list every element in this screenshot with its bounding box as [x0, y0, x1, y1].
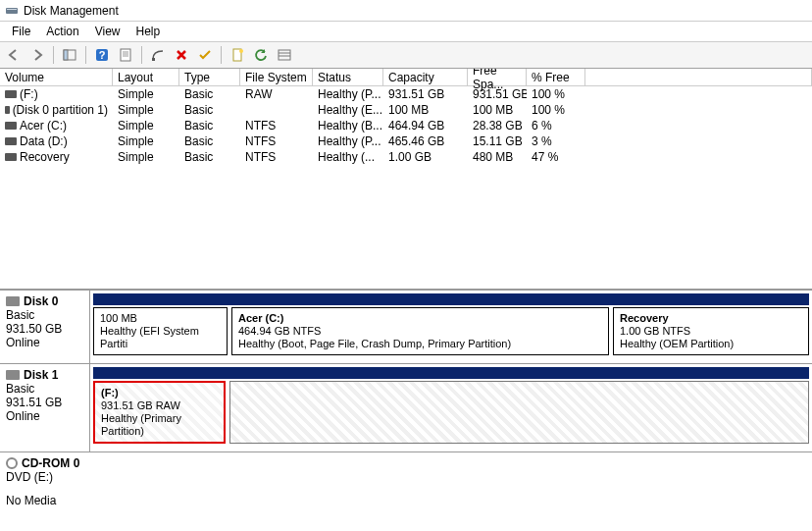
svg-text:?: ? [99, 49, 106, 61]
menu-help[interactable]: Help [128, 23, 169, 40]
refresh-icon[interactable] [250, 44, 272, 66]
col-layout[interactable]: Layout [113, 69, 179, 86]
disk-info-cd: CD-ROM 0 DVD (E:) No Media [0, 452, 90, 523]
volume-cell-fs [240, 102, 313, 118]
menubar: File Action View Help [0, 22, 812, 41]
col-free-space[interactable]: Free Spa... [468, 69, 527, 86]
volume-cell-free: 28.38 GB [468, 118, 527, 133]
partition-size: 100 MB [100, 312, 221, 325]
volume-cell-cap: 465.46 GB [383, 133, 468, 149]
volume-cell-name: Recovery [0, 149, 113, 165]
volume-cell-free: 15.11 GB [468, 133, 527, 149]
volume-cell-layout: Simple [113, 149, 179, 165]
svg-point-12 [239, 49, 243, 53]
toolbar: ? [0, 41, 812, 69]
volume-cell-fs: NTFS [240, 133, 313, 149]
new-icon[interactable] [227, 44, 248, 66]
check-icon[interactable] [194, 44, 216, 66]
col-filesystem[interactable]: File System [240, 69, 313, 86]
volume-cell-layout: Simple [113, 133, 179, 149]
cd-icon [6, 457, 18, 469]
volume-cell-name: (F:) [0, 86, 113, 102]
disk-header-bar [93, 293, 809, 305]
menu-file[interactable]: File [4, 23, 38, 40]
volume-row[interactable]: (Disk 0 partition 1)SimpleBasicHealthy (… [0, 102, 812, 118]
volume-cell-fs: NTFS [240, 118, 313, 133]
partition-f-raw[interactable]: (F:) 931.51 GB RAW Healthy (Primary Part… [93, 381, 226, 444]
delete-icon[interactable] [171, 44, 192, 66]
toolbar-separator [85, 46, 86, 64]
partition-status: Healthy (OEM Partition) [620, 338, 802, 350]
volume-row[interactable]: Data (D:)SimpleBasicNTFSHealthy (P...465… [0, 133, 812, 149]
partition-status: Healthy (Boot, Page File, Crash Dump, Pr… [238, 338, 602, 350]
disk-type: Basic [6, 382, 83, 396]
volume-row[interactable]: Acer (C:)SimpleBasicNTFSHealthy (B...464… [0, 118, 812, 133]
volume-cell-pfree: 100 % [527, 86, 585, 102]
volume-row[interactable]: RecoverySimpleBasicNTFSHealthy (...1.00 … [0, 149, 812, 165]
partition-efi[interactable]: 100 MB Healthy (EFI System Partiti [93, 307, 228, 355]
volume-cell-pfree: 47 % [527, 149, 585, 165]
volume-cell-name: (Disk 0 partition 1) [0, 102, 113, 118]
col-capacity[interactable]: Capacity [383, 69, 468, 86]
partition-status: Healthy (EFI System Partiti [100, 325, 221, 350]
volume-cell-name: Acer (C:) [0, 118, 113, 133]
partition-status: Healthy (Primary Partition) [101, 412, 218, 438]
volume-cell-name: Data (D:) [0, 133, 113, 149]
toolbar-separator [221, 46, 222, 64]
volume-cell-type: Basic [179, 102, 240, 118]
partition-recovery[interactable]: Recovery 1.00 GB NTFS Healthy (OEM Parti… [613, 307, 809, 355]
disk-info-0: Disk 0 Basic 931.50 GB Online [0, 291, 90, 363]
volume-cell-cap: 100 MB [383, 102, 468, 118]
partition-name: Recovery [620, 312, 802, 325]
disk-info-1: Disk 1 Basic 931.51 GB Online [0, 364, 90, 451]
disk-type: DVD (E:) [6, 470, 84, 484]
partition-extended[interactable] [229, 381, 809, 444]
col-volume[interactable]: Volume [0, 69, 113, 86]
disk-name: CD-ROM 0 [22, 456, 79, 470]
col-type[interactable]: Type [179, 69, 240, 86]
help-icon[interactable]: ? [91, 44, 113, 66]
volume-icon [5, 122, 17, 130]
disk-size: 931.50 GB [6, 322, 83, 336]
volume-cell-fs: RAW [240, 86, 313, 102]
properties-icon[interactable] [115, 44, 136, 66]
forward-icon[interactable] [26, 44, 48, 66]
volume-cell-layout: Simple [113, 86, 179, 102]
volume-cell-free: 480 MB [468, 149, 527, 165]
col-percent-free[interactable]: % Free [527, 69, 585, 86]
col-status[interactable]: Status [313, 69, 383, 86]
disk-graphical-view[interactable]: Disk 0 Basic 931.50 GB Online 100 MB Hea… [0, 290, 812, 531]
col-empty [585, 69, 812, 86]
titlebar: Disk Management [0, 0, 812, 22]
disk-row-1[interactable]: Disk 1 Basic 931.51 GB Online (F:) 931.5… [0, 364, 812, 452]
volume-icon [5, 137, 17, 145]
back-icon[interactable] [3, 44, 25, 66]
volume-cell-type: Basic [179, 149, 240, 165]
volume-header-row: Volume Layout Type File System Status Ca… [0, 69, 812, 86]
volume-list[interactable]: Volume Layout Type File System Status Ca… [0, 69, 812, 290]
svg-rect-13 [279, 50, 290, 60]
partition-name: Acer (C:) [238, 312, 602, 325]
menu-action[interactable]: Action [38, 23, 86, 40]
volume-cell-type: Basic [179, 86, 240, 102]
disk-row-cd[interactable]: CD-ROM 0 DVD (E:) No Media [0, 452, 812, 523]
svg-rect-6 [121, 49, 130, 61]
volume-cell-free: 931.51 GB [468, 86, 527, 102]
disk-header-bar [93, 367, 809, 379]
volume-row[interactable]: (F:)SimpleBasicRAWHealthy (P...931.51 GB… [0, 86, 812, 102]
volume-cell-status: Healthy (P... [313, 86, 383, 102]
show-hide-icon[interactable] [59, 44, 80, 66]
list-icon[interactable] [274, 44, 295, 66]
script-icon[interactable] [147, 44, 169, 66]
disk-row-0[interactable]: Disk 0 Basic 931.50 GB Online 100 MB Hea… [0, 291, 812, 364]
menu-view[interactable]: View [87, 23, 128, 40]
partition-size: 464.94 GB NTFS [238, 325, 602, 338]
disk-size: 931.51 GB [6, 396, 83, 409]
volume-cell-status: Healthy (... [313, 149, 383, 165]
svg-rect-0 [6, 8, 18, 14]
disk-name: Disk 0 [24, 294, 58, 308]
partition-c[interactable]: Acer (C:) 464.94 GB NTFS Healthy (Boot, … [231, 307, 609, 355]
window-title: Disk Management [24, 4, 119, 18]
hdd-icon [6, 296, 20, 306]
volume-icon [5, 90, 17, 98]
